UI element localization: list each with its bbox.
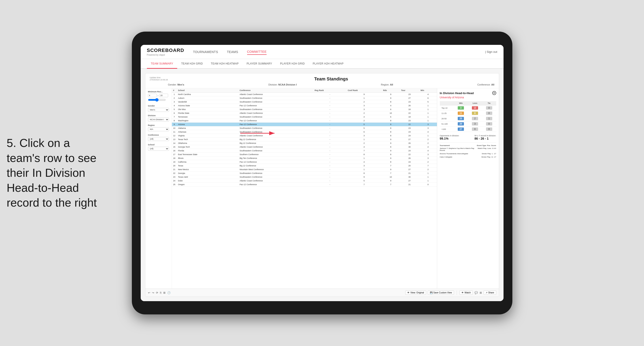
table-row[interactable]: 19 California Pac-12 Conference - 4 8 24… — [172, 160, 437, 164]
cell-rank: 23 — [172, 175, 177, 179]
table-row[interactable]: 3 Vanderbilt Southeastern Conference - 2… — [172, 100, 437, 104]
table-row[interactable]: 8 Washington Pac-12 Conference - 2 8 23 … — [172, 119, 437, 123]
filter-division: Division NCAA Division I — [148, 114, 169, 122]
tab-team-h2h-grid[interactable]: TEAM H2H GRID — [177, 59, 207, 69]
filter-conference: Conference (All) — [148, 134, 169, 141]
filter-sidebar: Minimum Rou... - Gender — [145, 88, 172, 289]
view-original-button[interactable]: 👁 View: Original — [405, 291, 426, 295]
cell-reg-rank: - — [313, 96, 346, 100]
tab-player-h2h-heatmap[interactable]: PLAYER H2H HEATMAP — [309, 59, 348, 69]
table-row[interactable]: 23 Texas A&M Southeastern Conference - 9… — [172, 175, 437, 179]
table-row[interactable]: 21 New Mexico Mountain West Conference -… — [172, 168, 437, 172]
table-row[interactable]: 22 Georgia Southeastern Conference - 8 7… — [172, 172, 437, 175]
redo-button[interactable]: ↪ — [152, 291, 154, 294]
table-row[interactable]: 20 Texas Big 12 Conference - 3 7 20 7 — [172, 164, 437, 168]
cell-school: Arizona — [177, 123, 238, 126]
tourn-name: Jackson T. Stephens Cup Men's Match-Play… — [440, 147, 477, 151]
cell-reg-rank: - — [313, 168, 346, 172]
nav-teams[interactable]: TEAMS — [227, 49, 238, 55]
filter-school-select[interactable]: (All) — [148, 147, 169, 151]
cell-school: Tennessee — [177, 115, 238, 119]
arrange-button[interactable]: ⊞ — [163, 291, 166, 294]
h2h-range-label: 26-50 — [440, 116, 454, 121]
cell-tour: 27 — [400, 168, 419, 172]
h2h-close-button[interactable]: ✕ — [492, 91, 496, 95]
cell-rds: 7 — [382, 172, 400, 175]
main-nav: TOURNAMENTS TEAMS COMMITTEE — [193, 49, 266, 55]
table-row[interactable]: 18 Illinois Big Ten Conference - 1 9 26 … — [172, 157, 437, 160]
cell-reg-rank: - — [313, 160, 346, 164]
table-row[interactable]: 15 Georgia Tech Atlantic Coast Conferenc… — [172, 145, 437, 149]
tablet-frame: SCOREBOARD Powered by clippd TOURNAMENTS… — [132, 32, 512, 314]
table-row[interactable]: 14 Oklahoma Big 12 Conference - 2 9 26 2 — [172, 141, 437, 145]
watch-button[interactable]: 👁 Watch — [460, 291, 473, 295]
cell-rank: 24 — [172, 179, 177, 183]
gender-meta: Gender: Men's — [168, 83, 184, 86]
filter-gender-select[interactable]: Men's — [148, 108, 169, 112]
cell-rds: 6 — [382, 115, 400, 119]
copy-button[interactable]: ⎘ — [160, 291, 162, 294]
cell-conf-rank: 7 — [346, 149, 382, 153]
table-row[interactable]: 16 Florida Southeastern Conference - 7 9… — [172, 149, 437, 153]
reset-button[interactable]: ⟳ — [156, 291, 158, 294]
nav-committee[interactable]: COMMITTEE — [247, 49, 267, 55]
table-row[interactable]: 7 Tennessee Southeastern Conference - 4 … — [172, 115, 437, 119]
share-button[interactable]: ↗ Share — [484, 291, 496, 295]
tab-player-h2h-grid[interactable]: PLAYER H2H GRID — [276, 59, 309, 69]
filter-conference-select[interactable]: (All) — [148, 137, 169, 141]
clock-button[interactable]: 🕐 — [167, 291, 170, 294]
tab-player-summary[interactable]: PLAYER SUMMARY — [243, 59, 276, 69]
cell-school: Florida — [177, 149, 238, 153]
cell-rank: 4 — [172, 104, 177, 108]
h2h-col-loss: Loss — [468, 101, 482, 105]
table-row[interactable]: 10 Alabama Southeastern Conference - 5 8… — [172, 126, 437, 130]
cell-reg-rank: - — [313, 123, 346, 126]
logo-area: SCOREBOARD Powered by clippd — [147, 47, 184, 56]
table-row[interactable]: 25 Oregon Pac-12 Conference - 7 7 21 0 — [172, 183, 437, 186]
table-row[interactable]: 1 North Carolina Atlantic Coast Conferen… — [172, 93, 437, 96]
filter-division-select[interactable]: NCAA Division I — [148, 118, 169, 122]
table-row[interactable]: 2 Auburn Southeastern Conference - 1 9 2… — [172, 96, 437, 100]
h2h-school: University of Arizona — [440, 96, 496, 99]
table-row[interactable]: 9 Arizona Pac-12 Conference - 5 8 22 3 — [172, 123, 437, 126]
table-row[interactable]: 12 Virginia Atlantic Coast Conference - … — [172, 134, 437, 138]
cell-school: Duke — [177, 179, 238, 183]
tourn-score: 2-3-0 — [492, 147, 496, 149]
sign-out-link[interactable]: | Sign out — [485, 50, 497, 53]
cell-reg-rank: - — [313, 108, 346, 111]
table-row[interactable]: 13 Texas Tech Big 12 Conference - 1 9 27… — [172, 138, 437, 141]
comment-button[interactable]: 💬 — [474, 291, 478, 294]
nav-tournaments[interactable]: TOURNAMENTS — [193, 49, 218, 55]
watch-icon: 👁 — [462, 291, 464, 294]
cell-rank: 6 — [172, 111, 177, 115]
min-rounds-max[interactable] — [159, 94, 168, 97]
filter-region-select[interactable]: N/A — [148, 127, 169, 131]
opponents-label: Opponents in division: 99.1% — [440, 135, 460, 140]
table-row[interactable]: 17 East Tennessee State Southern Confere… — [172, 153, 437, 157]
cell-win: 6 — [419, 96, 437, 100]
col-conference: Conference — [238, 88, 313, 93]
tourn-type: Stroke Play — [482, 156, 490, 158]
sign-out-text[interactable]: Sign out — [487, 50, 497, 53]
table-row[interactable]: 24 Duke Atlantic Coast Conference - 5 9 … — [172, 179, 437, 183]
h2h-win-cell: 27 — [454, 127, 468, 132]
min-rounds-slider[interactable] — [148, 98, 166, 102]
h2h-row: >100 27 0 0 — [440, 127, 496, 132]
cell-tour: 23 — [400, 93, 419, 96]
table-row[interactable]: 11 Arkansas Southeastern Conference - 6 … — [172, 130, 437, 134]
table-row[interactable]: 4 Arizona State Pac-12 Conference - 3 4 … — [172, 104, 437, 108]
h2h-range-label: 11-25 — [440, 111, 454, 116]
tab-team-summary[interactable]: TEAM SUMMARY — [147, 59, 177, 69]
tourn-pos: 1 — [492, 153, 492, 155]
tourn-name: Arizona Thunderbirds Intercollegiate — [440, 153, 481, 155]
table-row[interactable]: 5 Ole Miss Southeastern Conference - 3 6… — [172, 108, 437, 111]
cell-conf-rank: 9 — [346, 93, 382, 96]
min-rounds-min[interactable] — [148, 94, 157, 97]
h2h-panel: In Division Head-to-Head ✕ University of… — [437, 88, 499, 289]
tab-team-h2h-heatmap[interactable]: TEAM H2H HEATMAP — [207, 59, 243, 69]
grid-button[interactable]: ⊞ — [480, 291, 482, 294]
undo-button[interactable]: ↩ — [148, 291, 150, 294]
table-row[interactable]: 6 Florida State Atlantic Coast Conferenc… — [172, 111, 437, 115]
save-custom-button[interactable]: 💾 Save Custom View — [428, 291, 454, 295]
h2h-table-header: Win Loss Tie — [440, 101, 496, 105]
